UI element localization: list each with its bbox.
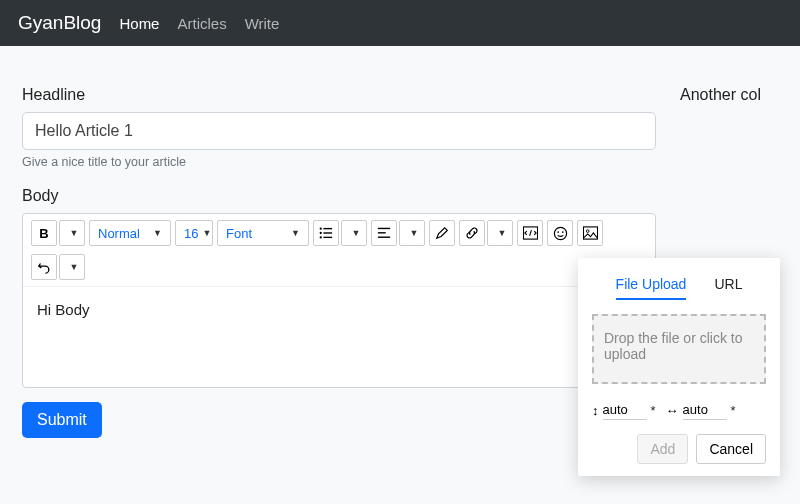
- link-button[interactable]: [459, 220, 485, 246]
- svg-rect-6: [378, 228, 390, 229]
- svg-point-2: [320, 232, 322, 234]
- svg-rect-1: [323, 228, 332, 229]
- editor-content[interactable]: Hi Body: [23, 287, 655, 387]
- svg-rect-7: [378, 232, 386, 233]
- nav-home[interactable]: Home: [119, 15, 159, 32]
- undo-more[interactable]: ▼: [59, 254, 85, 280]
- bold-more[interactable]: ▼: [59, 220, 85, 246]
- submit-button[interactable]: Submit: [22, 402, 102, 438]
- dropzone[interactable]: Drop the file or click to upload: [592, 314, 766, 384]
- align-more[interactable]: ▼: [399, 220, 425, 246]
- emoji-button[interactable]: [547, 220, 573, 246]
- image-upload-popover: File Upload URL Drop the file or click t…: [578, 258, 780, 476]
- svg-rect-5: [323, 237, 332, 238]
- body-label: Body: [22, 187, 656, 205]
- navbar: GyanBlog Home Articles Write: [0, 0, 800, 46]
- svg-point-12: [562, 231, 564, 233]
- height-input[interactable]: [603, 400, 647, 420]
- svg-point-4: [320, 236, 322, 238]
- svg-point-11: [557, 231, 559, 233]
- headline-input[interactable]: [22, 112, 656, 150]
- nav-write[interactable]: Write: [245, 15, 280, 32]
- embed-button[interactable]: [517, 220, 543, 246]
- sidecol-title: Another col: [680, 86, 778, 104]
- width-input[interactable]: [683, 400, 727, 420]
- bold-button[interactable]: B: [31, 220, 57, 246]
- width-icon: ↔: [666, 403, 679, 418]
- cancel-button[interactable]: Cancel: [696, 434, 766, 464]
- width-required: *: [731, 403, 736, 418]
- add-button[interactable]: Add: [637, 434, 688, 464]
- style-select[interactable]: Normal▼: [89, 220, 171, 246]
- tab-url[interactable]: URL: [714, 276, 742, 300]
- nav-articles[interactable]: Articles: [177, 15, 226, 32]
- undo-button[interactable]: [31, 254, 57, 280]
- editor: B ▼ Normal▼ 16▼ Font▼ ▼ ▼: [22, 213, 656, 388]
- headline-label: Headline: [22, 86, 656, 104]
- size-select[interactable]: 16▼: [175, 220, 213, 246]
- height-icon: ↕: [592, 403, 599, 418]
- list-ul-button[interactable]: [313, 220, 339, 246]
- svg-rect-3: [323, 232, 332, 233]
- tab-file-upload[interactable]: File Upload: [616, 276, 687, 300]
- image-button[interactable]: [577, 220, 603, 246]
- svg-point-0: [320, 227, 322, 229]
- svg-rect-8: [378, 237, 390, 238]
- svg-point-10: [554, 227, 566, 239]
- list-more[interactable]: ▼: [341, 220, 367, 246]
- toolbar: B ▼ Normal▼ 16▼ Font▼ ▼ ▼: [23, 214, 655, 287]
- link-more[interactable]: ▼: [487, 220, 513, 246]
- font-select[interactable]: Font▼: [217, 220, 309, 246]
- height-required: *: [651, 403, 656, 418]
- brand[interactable]: GyanBlog: [18, 12, 101, 34]
- align-button[interactable]: [371, 220, 397, 246]
- pen-button[interactable]: [429, 220, 455, 246]
- headline-help: Give a nice title to your article: [22, 155, 656, 169]
- svg-point-14: [586, 230, 589, 233]
